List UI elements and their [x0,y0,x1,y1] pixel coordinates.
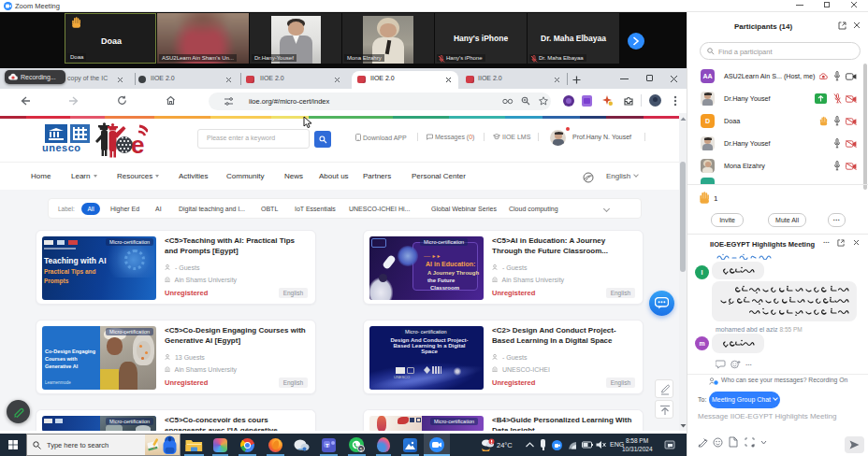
svg-text:e: e [131,131,144,159]
